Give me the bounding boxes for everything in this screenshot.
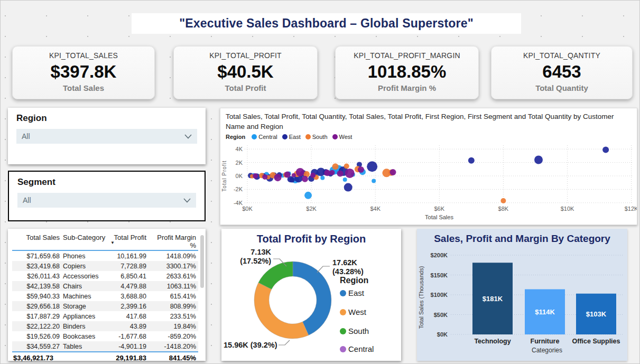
table-cell: $22,122.20 [12,321,62,331]
sort-descending-icon[interactable]: ▼ [109,241,146,245]
table-cell: 233.51% [149,311,198,321]
svg-text:-4K: -4K [234,200,243,206]
bar-chart[interactable]: $0K$50K$100K$150K$200K$181KTechnology$11… [417,245,627,359]
table-cell: Chairs [62,281,108,291]
kpi-card-profit-margin[interactable]: KPI_TOTAL_PROFIT_MARGIN 1018.85% Profit … [335,46,479,99]
table-scrollbar[interactable] [200,235,204,288]
table-total-cell: 29,191.83 [108,352,149,363]
legend-label: East [289,134,301,140]
table-cell: $42,139.58 [12,281,62,291]
svg-text:Region: Region [340,276,368,285]
legend-item-central[interactable]: Central [252,134,277,140]
table-cell: -1,677.68 [108,331,149,341]
table-row[interactable]: $29,656.18Storage2,399.16808.99% [12,301,198,311]
svg-text:South: South [348,326,369,335]
kpi-header: KPI_TOTAL_PROFIT [174,51,317,60]
donut-chart-title: Total Profit by Region [221,229,401,245]
table-row[interactable]: $19,526.09Bookcases-1,677.68-859.20% [12,331,198,341]
scatter-chart-title: Total Sales, Total Profit, Total Quantit… [220,108,637,132]
table-row[interactable]: $23,419.68Copiers7,728.893300.17% [12,261,198,271]
table-row[interactable]: $59,940.33Machines3,688.80615.41% [12,291,198,301]
legend-item-south[interactable]: South [305,134,328,140]
table-total-row: $3,46,921.7329,191.83841.45% [12,352,198,363]
table-cell: 1063.11% [149,281,198,291]
svg-text:$100K: $100K [431,292,448,298]
column-header-profit-margin-[interactable]: Profit Margin % [149,232,198,250]
svg-text:$4K: $4K [370,206,381,212]
table-cell: Copiers [62,261,108,271]
column-header-total-sales[interactable]: Total Sales [12,232,62,250]
donut-chart[interactable]: 7.13K(17.52%)17.62K(43.28%)15.96K (39.2%… [221,245,401,360]
bar-chart-panel: Sales, Profit and Margin By Category $0K… [417,229,627,361]
table-cell: $26,011.43 [12,271,62,281]
svg-text:$10K: $10K [561,206,574,212]
table-row[interactable]: $26,011.43Accessories6,850.412633.61% [12,271,198,281]
kpi-card-total-quantity[interactable]: KPI_TOTAL_QANTITY 6453 Total Quantity [491,46,633,99]
svg-text:$103K: $103K [586,310,607,318]
table-row[interactable]: $22,122.20Binders43.8919.84% [12,321,198,331]
scatter-plot[interactable]: $0K$2K$4K$6K$8K$10K$12K4K2K0K-2K-4KTotal… [220,140,637,223]
svg-text:17.62K: 17.62K [332,258,357,267]
table-total-cell: 841.45% [149,352,198,363]
table-cell: $19,526.09 [12,331,62,341]
kpi-label: Total Sales [13,83,154,92]
svg-text:Technology: Technology [474,338,511,345]
table-cell: Storage [62,301,108,311]
svg-text:Central: Central [348,344,374,353]
svg-text:East: East [348,288,365,297]
table-cell: Bookcases [62,331,108,341]
dashboard-canvas: "Executive Sales Dashboard – Global Supe… [0,0,640,364]
segment-slicer: Segment All [8,171,206,221]
table-cell: 3300.17% [149,261,198,271]
table-cell: Tables [62,341,108,352]
table-cell: 615.41% [149,291,198,301]
legend-item-west[interactable]: West [332,134,353,140]
table-cell: 19.84% [149,321,198,331]
table-row[interactable]: $34,559.27Tables-4,901.19-1418.20% [12,341,198,352]
segment-dropdown[interactable]: All [17,193,196,208]
table-cell: 4,479.88 [108,281,149,291]
column-header-total-profit[interactable]: Total Profit▼ [108,232,149,250]
table-cell: 417.68 [108,311,149,321]
dropdown-value: All [23,196,31,204]
legend-label: West [339,134,353,140]
legend-label: Central [258,134,277,140]
kpi-header: KPI_TOTAL_QANTITY [491,51,632,60]
svg-text:$181K: $181K [483,295,503,303]
table-cell: $59,940.33 [12,291,62,301]
kpi-label: Total Profit [174,83,317,92]
legend-title: Region [226,134,245,140]
legend-dot-icon [252,134,257,139]
table-cell: 1418.09% [149,250,198,261]
table-total-cell: $3,46,921.73 [12,352,62,363]
table-cell: 10,161.99 [108,250,149,261]
table-cell: -859.20% [149,331,198,341]
column-header-sub-category[interactable]: Sub-Category [62,232,108,250]
table-cell: -1418.20% [149,341,198,352]
chevron-down-icon [183,198,191,203]
kpi-value: 6453 [491,62,632,82]
kpi-label: Total Quantity [491,83,632,92]
scatter-legend: Region CentralEastSouthWest [220,132,637,140]
kpi-label: Profit Margin % [336,83,478,92]
table-cell: $71,659.68 [12,250,62,261]
subcategory-table[interactable]: Total SalesSub-CategoryTotal Profit▼Prof… [12,232,198,363]
kpi-header: KPI_TOTAL_SALES [13,51,154,60]
kpi-card-total-profit[interactable]: KPI_TOTAL_PROFIT $40.5K Total Profit [173,46,318,99]
donut-chart-panel: Total Profit by Region 7.13K(17.52%)17.6… [221,229,401,361]
table-row[interactable]: $71,659.68Phones10,161.991418.09% [12,250,198,261]
slicer-title: Region [16,113,197,124]
table-cell: 2,399.16 [108,301,149,311]
region-dropdown[interactable]: All [16,129,197,144]
kpi-card-total-sales[interactable]: KPI_TOTAL_SALES $397.8K Total Sales [12,46,155,99]
legend-item-east[interactable]: East [282,134,301,140]
kpi-value: 1018.85% [336,62,478,82]
svg-text:15.96K (39.2%): 15.96K (39.2%) [224,341,277,349]
table-cell: Binders [62,321,108,331]
table-row[interactable]: $42,139.58Chairs4,479.881063.11% [12,281,198,291]
kpi-value: $40.5K [174,62,317,82]
table-total-cell [62,352,108,363]
svg-text:Total Sales: Total Sales [425,214,453,220]
table-row[interactable]: $17,887.29Appliances417.68233.51% [12,311,198,321]
title-banner: "Executive Sales Dashboard – Global Supe… [132,13,521,34]
